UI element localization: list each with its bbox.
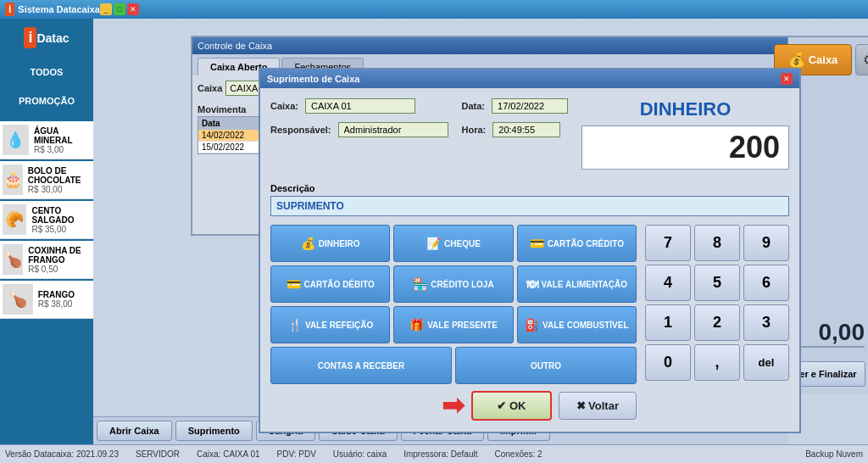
minimize-button[interactable]: _ xyxy=(100,3,112,15)
list-item[interactable]: 💧 ÁGUA MINERAL R$ 3,00 xyxy=(0,121,94,159)
description-input[interactable] xyxy=(270,196,789,216)
gear-button[interactable]: ⚙ xyxy=(855,44,868,75)
vale-presente-icon: 🎁 xyxy=(409,318,424,332)
sidebar-promocao-button[interactable]: PROMOÇÃO xyxy=(8,89,85,113)
cartao-credito-button[interactable]: 💳 CARTÃO CRÉDITO xyxy=(517,225,637,262)
data-label: Data: xyxy=(462,101,486,111)
list-item[interactable]: 🍗 FRANGO R$ 38,00 xyxy=(0,281,94,319)
hora-input[interactable] xyxy=(492,122,560,137)
suprimento-title: Suprimento de Caixa xyxy=(267,74,359,84)
num-9[interactable]: 9 xyxy=(743,225,789,261)
cheque-button[interactable]: 📝 CHEQUE xyxy=(393,225,513,262)
product-thumb: 🥐 xyxy=(3,204,27,235)
description-area: Descrição xyxy=(270,183,789,225)
product-price: R$ 38,00 xyxy=(38,299,75,309)
product-name: BOLO DE CHOCOLATE xyxy=(28,166,91,185)
description-label: Descrição xyxy=(270,183,789,193)
num-0[interactable]: 0 xyxy=(645,344,691,381)
caixa-field-label: Caixa: xyxy=(270,101,298,111)
numpad-top-area: DINHEIRO 200 xyxy=(581,98,789,176)
num-1[interactable]: 1 xyxy=(645,304,691,341)
credito-loja-button[interactable]: 🏪 CRÉDITO LOJA xyxy=(393,265,513,303)
suprimento-close-button[interactable]: ✕ xyxy=(781,73,793,85)
product-name: CENTO SALGADO xyxy=(31,206,91,225)
app-logo: i Sistema Datacaixa xyxy=(5,3,100,16)
brand-logo: i Datac xyxy=(24,27,69,48)
status-conexoes: Conexões: 2 xyxy=(494,449,542,459)
contas-receber-label: CONTAS A RECEBER xyxy=(318,361,404,371)
list-item[interactable]: 🥐 CENTO SALGADO R$ 35,00 xyxy=(0,201,94,239)
cartao-credito-icon: 💳 xyxy=(530,237,544,250)
amount-display: 200 xyxy=(581,126,789,170)
ok-button[interactable]: ✔ OK xyxy=(471,391,551,421)
movimento-label: Movimenta xyxy=(198,104,246,114)
list-item[interactable]: 🍗 COXINHA DE FRANGO R$ 0,50 xyxy=(0,241,94,279)
caixa-field-input[interactable] xyxy=(305,98,415,114)
status-backup: Backup Nuvem xyxy=(805,449,863,459)
finalizar-button[interactable]: er e Finalizar xyxy=(791,361,865,387)
payment-type-display: DINHEIRO xyxy=(581,98,789,120)
outro-label: OUTRO xyxy=(531,361,561,371)
contas-receber-button[interactable]: CONTAS A RECEBER xyxy=(270,347,452,384)
right-info: Data: Hora: xyxy=(462,98,569,176)
outro-button[interactable]: OUTRO xyxy=(455,347,637,384)
vale-refeicao-label: VALE REFEIÇÃO xyxy=(305,321,373,330)
close-button[interactable]: ✕ xyxy=(127,3,139,15)
product-thumb: 💧 xyxy=(3,125,29,155)
product-list: 💧 ÁGUA MINERAL R$ 3,00 🎂 BOLO DE CHOCOLA… xyxy=(0,118,97,322)
vale-combustivel-icon: ⛽ xyxy=(525,318,539,332)
num-8[interactable]: 8 xyxy=(694,225,740,261)
caixa-title: Controle de Caixa xyxy=(198,41,272,51)
voltar-button[interactable]: ✖ Voltar xyxy=(559,392,637,420)
payment-buttons-area: 💰 DINHEIRO 📝 CHEQUE 💳 CARTÃO CRÉDITO xyxy=(270,225,637,421)
vale-combustivel-label: VALE COMBUSTÍVEL xyxy=(542,321,628,330)
payment-row-4: CONTAS A RECEBER OUTRO xyxy=(270,347,637,384)
status-caixa: Caixa: CAIXA 01 xyxy=(197,449,259,459)
data-col-header: Data xyxy=(202,119,220,128)
dinheiro-icon: 💰 xyxy=(301,237,315,250)
product-thumb: 🎂 xyxy=(3,165,23,195)
sidebar-todos-button[interactable]: TODOS xyxy=(8,60,85,84)
num-comma[interactable]: , xyxy=(694,344,740,381)
product-name: COXINHA DE FRANGO xyxy=(28,246,91,265)
app-window: i Sistema Datacaixa _ □ ✕ i Datac TODOS … xyxy=(0,0,868,463)
hora-row: Hora: xyxy=(462,122,569,137)
num-3[interactable]: 3 xyxy=(743,304,789,341)
num-del[interactable]: del xyxy=(743,344,789,381)
product-price: R$ 35,00 xyxy=(31,225,91,234)
caixa-row: Caixa: xyxy=(270,98,448,114)
product-name: FRANGO xyxy=(38,290,75,299)
data-input[interactable] xyxy=(492,98,568,114)
cartao-debito-button[interactable]: 💳 CARTÃO DÉBITO xyxy=(270,265,390,303)
maximize-button[interactable]: □ xyxy=(114,3,125,15)
grand-total-value: 0,00 xyxy=(819,319,865,345)
vale-alimentacao-button[interactable]: 🍽 VALE ALIMENTAÇÃO xyxy=(517,265,637,303)
main-content-area: 💰 DINHEIRO 📝 CHEQUE 💳 CARTÃO CRÉDITO xyxy=(270,225,789,421)
product-info: CENTO SALGADO R$ 35,00 xyxy=(31,206,91,234)
status-bar: Versão Datacaixa: 2021.09.23 SERVIDOR Ca… xyxy=(0,444,868,463)
product-info: COXINHA DE FRANGO R$ 0,50 xyxy=(28,246,91,274)
vale-refeicao-button[interactable]: 🍴 VALE REFEIÇÃO xyxy=(270,306,390,343)
payment-row-2: 💳 CARTÃO DÉBITO 🏪 CRÉDITO LOJA 🍽 VALE A xyxy=(270,265,637,303)
vale-combustivel-button[interactable]: ⛽ VALE COMBUSTÍVEL xyxy=(517,306,637,343)
dinheiro-button[interactable]: 💰 DINHEIRO xyxy=(270,225,390,262)
responsavel-input[interactable] xyxy=(338,122,448,137)
status-pdv: PDV: PDV xyxy=(277,449,316,459)
suprimento-button[interactable]: Suprimento xyxy=(175,421,253,441)
vale-presente-button[interactable]: 🎁 VALE PRESENTE xyxy=(393,306,513,343)
list-item[interactable]: 🎂 BOLO DE CHOCOLATE R$ 30,00 xyxy=(0,161,94,199)
status-servidor: SERVIDOR xyxy=(136,449,180,459)
caixa-label: Caixa xyxy=(198,83,222,93)
num-5[interactable]: 5 xyxy=(694,265,740,301)
arrow-icon: ➡ xyxy=(442,389,465,421)
num-7[interactable]: 7 xyxy=(645,225,691,261)
caixa-btn-label: Caixa xyxy=(809,53,838,66)
num-2[interactable]: 2 xyxy=(694,304,740,341)
logo-icon: i xyxy=(5,3,14,16)
num-6[interactable]: 6 xyxy=(743,265,789,301)
data-row: Data: xyxy=(462,98,569,114)
abrir-caixa-button[interactable]: Abrir Caixa xyxy=(97,421,172,441)
credito-loja-label: CRÉDITO LOJA xyxy=(431,280,493,289)
num-4[interactable]: 4 xyxy=(645,265,691,301)
product-name: ÁGUA MINERAL xyxy=(34,126,91,145)
